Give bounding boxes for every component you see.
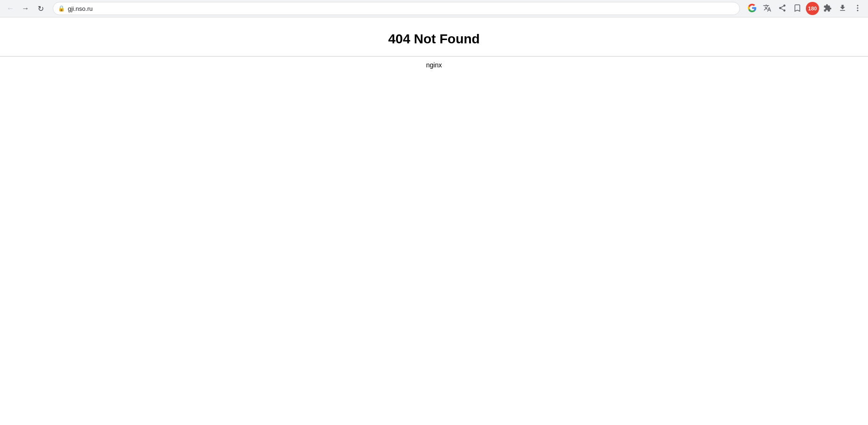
google-icon [748, 4, 756, 14]
download-icon [838, 4, 847, 14]
forward-button[interactable]: → [19, 2, 32, 15]
browser-chrome: ← → ↻ 🔒 gji.nso.ru [0, 0, 868, 17]
red-extension-button[interactable]: 180 [806, 2, 819, 15]
share-button[interactable] [776, 2, 789, 15]
address-text: gji.nso.ru [68, 5, 735, 12]
svg-point-0 [857, 5, 859, 6]
puzzle-icon [823, 4, 832, 14]
google-button[interactable] [746, 2, 759, 15]
address-bar[interactable]: 🔒 gji.nso.ru [53, 2, 740, 15]
error-title: 404 Not Found [388, 32, 479, 47]
lock-icon: 🔒 [58, 5, 65, 12]
forward-icon: → [22, 4, 29, 13]
back-icon: ← [7, 4, 14, 13]
refresh-button[interactable]: ↻ [34, 2, 47, 15]
server-text: nginx [426, 61, 442, 69]
svg-point-2 [857, 9, 859, 11]
toolbar-right: 180 [746, 2, 864, 15]
page-content: 404 Not Found nginx [0, 17, 868, 425]
menu-icon [853, 4, 862, 14]
browser-toolbar: ← → ↻ 🔒 gji.nso.ru [0, 0, 868, 17]
menu-button[interactable] [851, 2, 864, 15]
refresh-icon: ↻ [38, 4, 44, 13]
download-button[interactable] [836, 2, 849, 15]
red-extension-label: 180 [808, 6, 817, 11]
translate-button[interactable] [761, 2, 774, 15]
svg-point-1 [857, 7, 859, 8]
share-icon [778, 4, 787, 14]
bookmark-icon [793, 4, 802, 14]
translate-icon [763, 4, 771, 14]
back-button[interactable]: ← [4, 2, 17, 15]
bookmark-button[interactable] [791, 2, 804, 15]
extensions-button[interactable] [821, 2, 834, 15]
divider [0, 56, 868, 57]
